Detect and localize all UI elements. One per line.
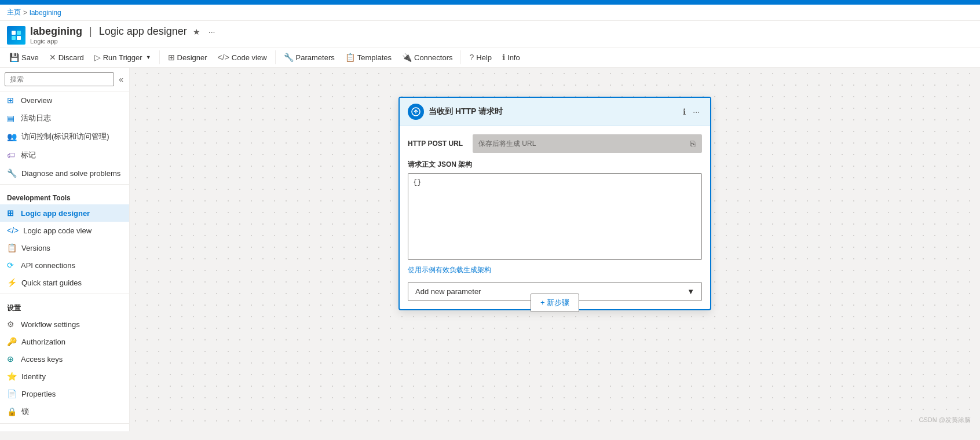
- api-connections-icon: ⟳: [7, 261, 16, 270]
- sidebar-item-logic-designer[interactable]: ⊞ Logic app designer: [0, 204, 129, 222]
- url-placeholder-text: 保存后将生成 URL: [478, 139, 536, 149]
- main-layout: « ⊞ Overview ▤ 活动日志 👥 访问控制(标识和访问管理) 🏷 标记…: [0, 68, 980, 431]
- svg-rect-1: [17, 31, 21, 35]
- sidebar-item-tags[interactable]: 🏷 标记: [0, 146, 129, 164]
- breadcrumb-home[interactable]: 主页: [7, 8, 21, 17]
- breadcrumb: 主页 > labegining: [0, 5, 980, 21]
- sidebar-item-quick-start[interactable]: ⚡ Quick start guides: [0, 274, 129, 291]
- sidebar-item-diagnose[interactable]: 🔧 Diagnose and solve problems: [0, 164, 129, 182]
- add-step-container: + 新步骤: [531, 294, 579, 312]
- sidebar-nav: ⊞ Overview ▤ 活动日志 👥 访问控制(标识和访问管理) 🏷 标记 🔧…: [0, 91, 129, 431]
- workflow-settings-icon: ⚙: [7, 320, 16, 329]
- toolbar-sep-2: [275, 50, 276, 64]
- help-icon: ?: [469, 53, 474, 62]
- add-step-button[interactable]: + 新步骤: [531, 294, 579, 312]
- access-control-label: 访问控制(标识和访问管理): [21, 131, 109, 142]
- lock-label: 锁: [21, 406, 29, 417]
- param-dropdown-label: Add new parameter: [415, 287, 481, 296]
- designer-button[interactable]: ⊞ Designer: [163, 50, 212, 65]
- versions-icon: 📋: [7, 243, 17, 252]
- generate-schema-link[interactable]: 使用示例有效负载生成架构: [408, 265, 491, 275]
- logic-code-label: Logic app code view: [23, 226, 92, 235]
- trigger-card: 当收到 HTTP 请求时 ℹ ··· HTTP POST URL 保存后将生成 …: [398, 97, 711, 310]
- sidebar-item-versions[interactable]: 📋 Versions: [0, 239, 129, 256]
- discard-button[interactable]: ✕ Discard: [45, 50, 89, 65]
- overview-icon: ⊞: [7, 96, 16, 105]
- run-dropdown-arrow: ▼: [146, 54, 151, 60]
- sidebar-item-logic-code[interactable]: </> Logic app code view: [0, 222, 129, 239]
- sidebar: « ⊞ Overview ▤ 活动日志 👥 访问控制(标识和访问管理) 🏷 标记…: [0, 68, 130, 431]
- api-connections-label: API connections: [21, 261, 75, 270]
- trigger-card-icon: [408, 104, 424, 120]
- code-view-button[interactable]: </> Code view: [213, 50, 272, 65]
- http-post-url-label: HTTP POST URL: [408, 140, 466, 148]
- sidebar-search-container: «: [0, 68, 129, 91]
- card-title: 当收到 HTTP 请求时: [429, 107, 676, 117]
- lock-icon: 🔒: [7, 407, 17, 416]
- toolbar: 💾 Save ✕ Discard ▷ Run Trigger ▼ ⊞ Desig…: [0, 47, 980, 68]
- json-schema-textarea[interactable]: {}: [408, 173, 702, 260]
- toolbar-sep-3: [460, 50, 461, 64]
- run-icon: ▷: [94, 53, 101, 62]
- sidebar-item-activity-log[interactable]: ▤ 活动日志: [0, 109, 129, 127]
- info-button[interactable]: ℹ Info: [498, 50, 525, 65]
- properties-icon: 📄: [7, 389, 17, 398]
- monitor-section-label: 监视: [0, 426, 129, 431]
- http-post-url-row: HTTP POST URL 保存后将生成 URL ⎘: [408, 134, 702, 153]
- settings-section-label: 设置: [0, 296, 129, 316]
- nav-divider-3: [0, 423, 129, 424]
- svg-rect-2: [12, 36, 16, 40]
- card-header: 当收到 HTTP 请求时 ℹ ···: [400, 98, 710, 126]
- logic-designer-icon: ⊞: [7, 208, 16, 218]
- connectors-button[interactable]: 🔌 Connectors: [397, 50, 457, 65]
- templates-button[interactable]: 📋 Templates: [341, 50, 396, 65]
- collapse-button[interactable]: «: [118, 74, 125, 85]
- access-keys-icon: ⊕: [7, 354, 16, 364]
- star-button[interactable]: ★: [191, 26, 203, 38]
- versions-label: Versions: [21, 244, 50, 252]
- properties-label: Properties: [21, 390, 56, 398]
- header-page-title: Logic app designer: [99, 25, 187, 38]
- nav-divider-1: [0, 184, 129, 185]
- json-schema-section: 请求正文 JSON 架构 {} 使用示例有效负载生成架构: [408, 160, 702, 275]
- sidebar-item-properties[interactable]: 📄 Properties: [0, 385, 129, 402]
- access-control-icon: 👥: [7, 132, 17, 141]
- dev-section-label: Development Tools: [0, 187, 129, 204]
- more-button[interactable]: ···: [206, 26, 218, 38]
- parameters-button[interactable]: 🔧 Parameters: [279, 50, 339, 65]
- help-button[interactable]: ? Help: [465, 50, 496, 65]
- sidebar-item-identity[interactable]: ⭐ Identity: [0, 368, 129, 385]
- sidebar-item-workflow-settings[interactable]: ⚙ Workflow settings: [0, 316, 129, 333]
- sidebar-item-api-connections[interactable]: ⟳ API connections: [0, 256, 129, 274]
- json-schema-label: 请求正文 JSON 架构: [408, 160, 702, 170]
- http-post-url-value: 保存后将生成 URL ⎘: [473, 134, 702, 153]
- logic-code-icon: </>: [7, 226, 19, 235]
- canvas: 当收到 HTTP 请求时 ℹ ··· HTTP POST URL 保存后将生成 …: [130, 68, 980, 431]
- header-app-title: labegining: [30, 25, 82, 38]
- card-more-button[interactable]: ···: [690, 106, 702, 118]
- tags-label: 标记: [21, 150, 36, 160]
- card-info-button[interactable]: ℹ: [681, 106, 688, 118]
- sidebar-item-lock[interactable]: 🔒 锁: [0, 402, 129, 421]
- breadcrumb-sep: >: [23, 9, 27, 17]
- connectors-icon: 🔌: [402, 53, 412, 62]
- identity-icon: ⭐: [7, 372, 17, 381]
- copy-url-button[interactable]: ⎘: [689, 138, 696, 149]
- breadcrumb-current[interactable]: labegining: [30, 9, 61, 17]
- authorization-icon: 🔑: [7, 337, 17, 346]
- diagnose-icon: 🔧: [7, 168, 17, 178]
- sidebar-item-access-control[interactable]: 👥 访问控制(标识和访问管理): [0, 127, 129, 146]
- header-sep: |: [89, 25, 92, 38]
- azure-topbar: [0, 0, 980, 5]
- sidebar-item-authorization[interactable]: 🔑 Authorization: [0, 333, 129, 350]
- quick-start-label: Quick start guides: [21, 278, 82, 287]
- card-header-actions: ℹ ···: [681, 106, 702, 118]
- nav-divider-2: [0, 294, 129, 294]
- run-trigger-button[interactable]: ▷ Run Trigger ▼: [90, 50, 156, 65]
- sidebar-item-access-keys[interactable]: ⊕ Access keys: [0, 350, 129, 368]
- save-button[interactable]: 💾 Save: [5, 50, 43, 65]
- svg-rect-3: [17, 36, 21, 40]
- sidebar-item-overview[interactable]: ⊞ Overview: [0, 91, 129, 109]
- parameters-icon: 🔧: [284, 53, 294, 62]
- search-input[interactable]: [5, 72, 114, 86]
